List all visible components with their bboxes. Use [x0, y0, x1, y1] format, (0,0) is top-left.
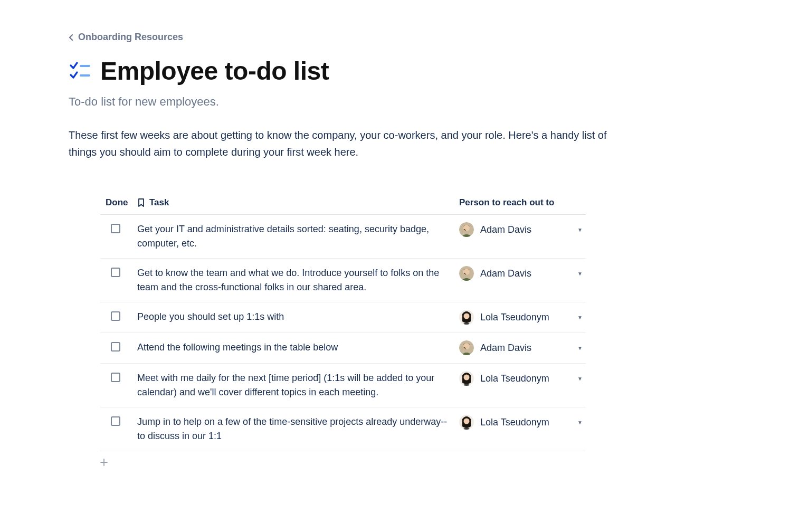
avatar	[459, 415, 474, 430]
chevron-down-icon: ▼	[577, 344, 583, 352]
done-checkbox[interactable]	[111, 224, 120, 233]
checklist-icon	[69, 60, 92, 83]
person-name: Adam Davis	[480, 267, 571, 281]
col-header-task-label: Task	[149, 197, 169, 208]
col-header-person[interactable]: Person to reach out to	[459, 197, 586, 208]
task-text[interactable]: Get to know the team and what we do. Int…	[137, 266, 459, 294]
task-text[interactable]: Meet with me daily for the next [time pe…	[137, 371, 459, 400]
col-header-done[interactable]: Done	[100, 197, 137, 208]
task-text[interactable]: Jump in to help on a few of the time-sen…	[137, 415, 459, 443]
page-intro: These first few weeks are about getting …	[69, 127, 617, 160]
person-name: Adam Davis	[480, 341, 571, 355]
person-name: Lola Tseudonym	[480, 372, 571, 386]
task-text[interactable]: People you should set up 1:1s with	[137, 310, 294, 324]
add-row-button[interactable]	[100, 451, 586, 466]
chevron-down-icon: ▼	[577, 270, 583, 278]
person-select[interactable]: Adam Davis▼	[459, 266, 586, 281]
done-checkbox[interactable]	[111, 268, 120, 277]
chevron-down-icon: ▼	[577, 226, 583, 234]
person-select[interactable]: Lola Tseudonym▼	[459, 415, 586, 430]
person-select[interactable]: Adam Davis▼	[459, 340, 586, 355]
task-text[interactable]: Attend the following meetings in the tab…	[137, 340, 348, 355]
bookmark-icon	[137, 198, 145, 207]
table-row: People you should set up 1:1s withLola T…	[100, 302, 586, 333]
person-select[interactable]: Lola Tseudonym▼	[459, 310, 586, 325]
avatar	[459, 371, 474, 386]
done-checkbox[interactable]	[111, 416, 120, 426]
chevron-left-icon	[69, 34, 74, 41]
person-name: Adam Davis	[480, 223, 571, 237]
task-text[interactable]: Get your IT and administrative details s…	[137, 222, 459, 251]
table-row: Get to know the team and what we do. Int…	[100, 259, 586, 302]
avatar	[459, 222, 474, 237]
breadcrumb-label: Onboarding Resources	[78, 32, 183, 43]
col-header-task[interactable]: Task	[137, 197, 459, 208]
person-name: Lola Tseudonym	[480, 415, 571, 430]
table-row: Get your IT and administrative details s…	[100, 215, 586, 259]
chevron-down-icon: ▼	[577, 375, 583, 383]
done-checkbox[interactable]	[111, 342, 120, 352]
person-select[interactable]: Adam Davis▼	[459, 222, 586, 237]
page-subtitle: To-do list for new employees.	[69, 95, 730, 109]
person-name: Lola Tseudonym	[480, 310, 571, 325]
breadcrumb-back[interactable]: Onboarding Resources	[69, 32, 183, 43]
table-header-row: Done Task Person to reach out to	[100, 197, 586, 215]
done-checkbox[interactable]	[111, 373, 120, 382]
page-title: Employee to-do list	[100, 56, 329, 86]
avatar	[459, 266, 474, 281]
done-checkbox[interactable]	[111, 311, 120, 321]
person-select[interactable]: Lola Tseudonym▼	[459, 371, 586, 386]
avatar	[459, 310, 474, 325]
table-row: Meet with me daily for the next [time pe…	[100, 364, 586, 407]
table-row: Attend the following meetings in the tab…	[100, 333, 586, 364]
avatar	[459, 340, 474, 355]
svg-rect-1	[80, 74, 90, 77]
chevron-down-icon: ▼	[577, 314, 583, 321]
chevron-down-icon: ▼	[577, 419, 583, 426]
svg-rect-0	[80, 65, 90, 67]
task-table: Done Task Person to reach out to Get you…	[100, 197, 586, 466]
table-row: Jump in to help on a few of the time-sen…	[100, 407, 586, 451]
